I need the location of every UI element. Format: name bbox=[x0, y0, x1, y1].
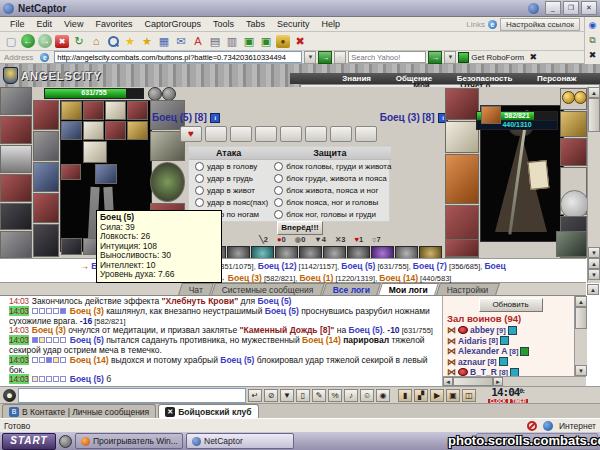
equipment-slot[interactable] bbox=[61, 101, 82, 120]
menu-item[interactable]: Tabs bbox=[240, 18, 271, 30]
warrior-info-icon[interactable] bbox=[500, 336, 509, 345]
scroll-slot[interactable] bbox=[280, 126, 302, 142]
scroll-slot-heart[interactable]: ♥ bbox=[180, 126, 202, 142]
panels-icon[interactable]: ▦ bbox=[157, 34, 171, 48]
go-button[interactable]: → bbox=[318, 51, 332, 64]
menu-item[interactable]: Security bbox=[271, 18, 316, 30]
captor-window2-icon[interactable]: ▣ bbox=[259, 34, 273, 48]
warrior-row[interactable]: ⋈ Aidaris[8] bbox=[447, 336, 574, 347]
attack-option[interactable]: удар в пояс(пах) bbox=[189, 196, 268, 208]
enter-icon[interactable]: ↵ bbox=[248, 389, 262, 402]
close-toolbar-icon[interactable]: ✖ bbox=[526, 50, 540, 64]
search-input[interactable] bbox=[348, 51, 426, 63]
warrior-info-icon[interactable] bbox=[520, 347, 529, 356]
radio-icon[interactable] bbox=[274, 186, 283, 195]
task-button[interactable]: NetCaptor bbox=[186, 433, 294, 449]
attack-go-button[interactable]: Вперёд!!! bbox=[277, 221, 323, 235]
equipment-slot[interactable] bbox=[481, 106, 501, 124]
new-document-icon[interactable]: ▢ bbox=[4, 34, 18, 48]
scroll-slot[interactable] bbox=[305, 126, 327, 142]
page-tab[interactable]: ✕ Бойцовский клуб bbox=[158, 404, 258, 418]
equipment-slot[interactable] bbox=[33, 193, 59, 223]
equipment-slot[interactable] bbox=[0, 174, 32, 202]
game-menu-item[interactable]: Персонаж bbox=[537, 74, 576, 83]
menu-item[interactable]: Help bbox=[315, 18, 346, 30]
roboform-button[interactable]: Get RoboForm bbox=[458, 52, 524, 63]
equipment-slot[interactable] bbox=[0, 87, 32, 115]
log-tab[interactable]: Системные сообщения bbox=[211, 283, 325, 295]
scroll-left-icon[interactable]: ◄ bbox=[443, 377, 453, 386]
warrior-info-icon[interactable] bbox=[510, 368, 519, 376]
scrollbar-thumb[interactable] bbox=[453, 377, 493, 386]
equipment-slot[interactable] bbox=[445, 154, 479, 204]
equipment-slot[interactable] bbox=[33, 100, 59, 130]
smiley-menu-icon[interactable]: ☻ bbox=[3, 389, 16, 402]
warrior-info-icon[interactable] bbox=[508, 326, 517, 335]
scroll-up-icon[interactable]: ▲ bbox=[588, 87, 600, 98]
player-name[interactable]: Боец (5) bbox=[152, 112, 192, 123]
radio-icon[interactable] bbox=[274, 174, 283, 183]
lock-icon[interactable]: ● bbox=[276, 35, 290, 48]
favorites-icon[interactable]: ★ bbox=[123, 34, 137, 48]
team-line-1[interactable]: → Боец (2) [762/769/645], Боец (10) [351… bbox=[0, 261, 586, 273]
gift-icon[interactable]: ▣ bbox=[446, 389, 460, 402]
game-menu-item[interactable]: Знания bbox=[342, 74, 371, 83]
equipment-slot[interactable] bbox=[0, 116, 32, 144]
links-settings-button[interactable]: Настройка ссылок bbox=[500, 18, 580, 31]
radio-icon[interactable] bbox=[195, 162, 204, 171]
mail-icon[interactable]: ✉ bbox=[174, 34, 188, 48]
warrior-row[interactable]: ⋈ aznaur[8] bbox=[447, 357, 574, 368]
dictionary-icon[interactable]: ▯ bbox=[296, 389, 310, 402]
search-go-button[interactable]: → bbox=[428, 51, 442, 64]
scroll-slot[interactable] bbox=[255, 126, 277, 142]
close-button[interactable]: ✕ bbox=[581, 1, 597, 15]
elixir-icon[interactable]: ▞ bbox=[414, 389, 428, 402]
chat-input[interactable] bbox=[18, 388, 246, 403]
favorites-add-icon[interactable]: ★ bbox=[140, 34, 154, 48]
warrior-row[interactable]: ⋈ B_T_R[8] bbox=[447, 367, 574, 376]
shield-disc-icon[interactable] bbox=[560, 190, 589, 219]
refresh-icon[interactable]: ↻ bbox=[72, 34, 86, 48]
defense-option[interactable]: блок ног, головы и груди bbox=[268, 208, 391, 220]
player-info-icon[interactable]: i bbox=[210, 113, 220, 123]
radio-icon[interactable] bbox=[195, 198, 204, 207]
attack-option[interactable]: удар в голову bbox=[189, 160, 268, 172]
menu-item[interactable]: CaptorGroups bbox=[138, 18, 207, 30]
radio-icon[interactable] bbox=[274, 198, 283, 207]
scroll-down-icon[interactable]: ▼ bbox=[588, 247, 600, 258]
scrollbar-thumb[interactable] bbox=[588, 98, 600, 132]
search-dropdown-button[interactable]: ▼ bbox=[444, 51, 456, 64]
minimize-button[interactable]: _ bbox=[545, 1, 561, 15]
attack-option[interactable]: удар в грудь bbox=[189, 172, 268, 184]
eraser-icon[interactable]: ⊘ bbox=[264, 389, 278, 402]
warrior-info-icon[interactable] bbox=[499, 357, 508, 366]
scrollbar-thumb[interactable] bbox=[575, 307, 587, 329]
search-icon[interactable] bbox=[106, 35, 120, 48]
equipment-slot[interactable] bbox=[33, 131, 59, 161]
equipment-slot[interactable] bbox=[445, 239, 479, 257]
equipment-slot[interactable] bbox=[105, 101, 126, 120]
attack-option[interactable]: удар в живот bbox=[189, 184, 268, 196]
quick-launch-icon[interactable] bbox=[59, 435, 72, 448]
print-icon[interactable]: ▤ bbox=[208, 34, 222, 48]
menu-item[interactable]: View bbox=[58, 18, 89, 30]
menu-item[interactable]: File bbox=[4, 18, 31, 30]
percent-icon[interactable]: % bbox=[328, 389, 342, 402]
task-button[interactable]: Проигрыватель Win... bbox=[75, 433, 183, 449]
close-rail-icon[interactable]: ✖ bbox=[587, 49, 599, 61]
translit-icon[interactable]: ✎ bbox=[312, 389, 326, 402]
scroll-slot[interactable] bbox=[205, 126, 227, 142]
radio-icon[interactable] bbox=[274, 210, 283, 219]
scroll-slot[interactable] bbox=[230, 126, 252, 142]
menu-item[interactable]: Edit bbox=[31, 18, 59, 30]
close-page-icon[interactable]: ✖ bbox=[293, 34, 307, 48]
equipment-slot[interactable] bbox=[445, 121, 479, 153]
log-tab[interactable]: Все логи bbox=[322, 283, 381, 295]
equipment-slot[interactable] bbox=[61, 121, 82, 140]
defense-option[interactable]: блок пояса, ног и головы bbox=[268, 196, 391, 208]
radio-icon[interactable] bbox=[274, 162, 283, 171]
page-tab[interactable]: В В Контакте | Личные сообщения bbox=[2, 404, 156, 418]
menu-item[interactable]: Favorites bbox=[89, 18, 138, 30]
potion-icon[interactable]: ▮ bbox=[398, 389, 412, 402]
radio-icon[interactable] bbox=[195, 174, 204, 183]
